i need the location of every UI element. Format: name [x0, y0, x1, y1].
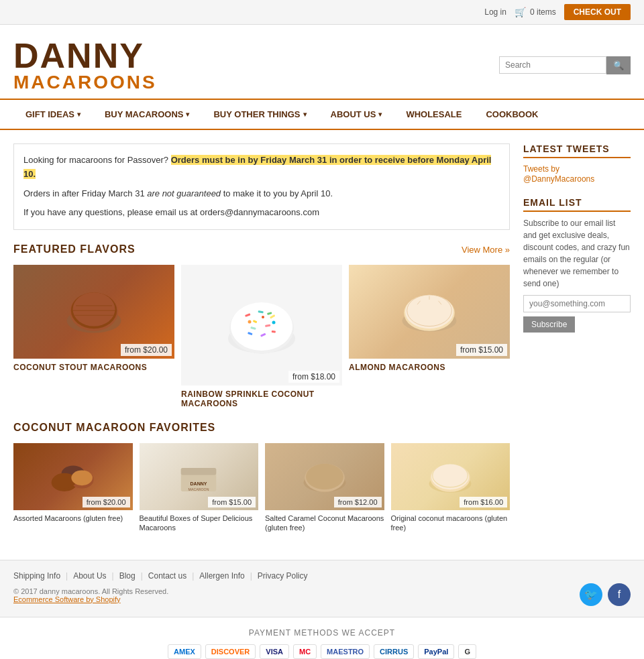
notice-not-guaranteed: are not guaranteed [147, 188, 221, 198]
login-link[interactable]: Log in [484, 7, 506, 17]
nav-item-about-us[interactable]: ABOUT US ▾ [319, 100, 394, 129]
notice-contact: If you have any questions, please email … [23, 207, 319, 217]
product-card-coconut-stout[interactable]: from $20.00 COCONUT STOUT MACAROONS [13, 265, 174, 408]
cart-icon: 🛒 [515, 7, 526, 17]
payment-gpay: G [458, 644, 476, 659]
favorites-grid: from $20.00 Assorted Macaroons (gluten f… [13, 443, 510, 533]
notice-box: Looking for macaroons for Passover? Orde… [13, 143, 510, 230]
payment-icons: AMEX DISCOVER VISA MC MAESTRO CIRRUS Pay… [13, 644, 631, 659]
svg-point-34 [71, 471, 93, 486]
search-area: 🔍 [499, 56, 631, 74]
payment-cirrus: CIRRUS [374, 644, 414, 659]
product-card-almond[interactable]: from $15.00 ALMOND MACAROONS [349, 265, 510, 408]
tweets-link[interactable]: Tweets by @DannyMacaroons [523, 164, 594, 184]
nav-item-cookbook[interactable]: COOKBOOK [474, 100, 550, 129]
payment-maestro: MAESTRO [321, 644, 370, 659]
fav-name: Assorted Macaroons (gluten free) [13, 514, 133, 523]
original-illustration [427, 457, 474, 497]
fav-image-wrap: DANNY MACAROON from $15.00 [140, 443, 259, 510]
search-button[interactable]: 🔍 [606, 56, 631, 74]
logo-danny: DANNY [13, 38, 157, 73]
product-name: RAINBOW SPRINKLE COCONUT MACAROONS [181, 390, 342, 408]
product-name: COCONUT STOUT MACAROONS [13, 363, 174, 372]
email-description: Subscribe to our email list and get excl… [523, 217, 631, 290]
notice-late: Orders in after Friday March 31 [23, 188, 147, 198]
payment-discover: DISCOVER [205, 644, 256, 659]
product-image-wrap: from $18.00 [181, 265, 342, 385]
footer-link-shipping[interactable]: Shipping Info [13, 571, 60, 581]
sidebar-tweets: LATEST TWEETS Tweets by @DannyMacaroons [523, 143, 631, 184]
fav-image-wrap: from $12.00 [265, 443, 384, 510]
featured-section-header: FEATURED FLAVORS View More » [13, 243, 510, 255]
sidebar: LATEST TWEETS Tweets by @DannyMacaroons … [523, 143, 631, 533]
footer-separator: | [112, 571, 114, 581]
view-more-link[interactable]: View More » [462, 245, 510, 255]
fav-price: from $16.00 [460, 497, 507, 507]
fav-price: from $12.00 [334, 497, 382, 507]
top-bar: Log in 🛒 0 items Check out [0, 0, 644, 25]
header: DANNY MACAROONS 🔍 [0, 25, 644, 99]
fav-name: Beautiful Boxes of Super Delicious Macar… [140, 514, 259, 533]
chevron-down-icon: ▾ [303, 111, 307, 118]
main-nav: GIFT IDEAS ▾ BUY MACAROONS ▾ BUY OTHER T… [0, 99, 644, 130]
footer-ecommerce-link[interactable]: Ecommerce Software by Shopify [13, 595, 121, 603]
payment-visa: VISA [260, 644, 289, 659]
payment-amex: AMEX [168, 644, 201, 659]
footer-separator: | [141, 571, 143, 581]
svg-text:MACAROON: MACAROON [189, 487, 209, 491]
svg-rect-36 [181, 468, 217, 475]
product-card-rainbow-sprinkle[interactable]: from $18.00 RAINBOW SPRINKLE COCONUT MAC… [181, 265, 342, 408]
sidebar-email: EMAIL LIST Subscribe to our email list a… [523, 197, 631, 333]
payment-title: PAYMENT METHODS WE ACCEPT [13, 628, 631, 638]
payment-paypal: PayPal [418, 644, 454, 659]
nav-item-buy-other-things[interactable]: BUY OTHER THINGS ▾ [201, 100, 318, 129]
fav-price: from $20.00 [83, 497, 130, 507]
box-illustration: DANNY MACAROON [175, 453, 222, 500]
payment-section: PAYMENT METHODS WE ACCEPT AMEX DISCOVER … [0, 617, 644, 659]
nav-item-wholesale[interactable]: WHOLESALE [394, 100, 474, 129]
checkout-button[interactable]: Check out [564, 4, 631, 20]
fav-name: Salted Caramel Coconut Macaroons (gluten… [265, 514, 384, 533]
chevron-down-icon: ▾ [186, 111, 189, 118]
nav-item-buy-macaroons[interactable]: BUY MACAROONS ▾ [93, 100, 202, 129]
fav-card-salted-caramel[interactable]: from $12.00 Salted Caramel Coconut Macar… [265, 443, 384, 533]
footer-link-privacy[interactable]: Privacy Policy [258, 571, 308, 581]
featured-products-grid: from $20.00 COCONUT STOUT MACAROONS [13, 265, 510, 408]
product-price: from $15.00 [456, 344, 507, 356]
twitter-icon[interactable]: 🐦 [580, 583, 602, 606]
nav-item-gift-ideas[interactable]: GIFT IDEAS ▾ [13, 100, 93, 129]
svg-point-22 [262, 316, 264, 318]
tweets-title: LATEST TWEETS [523, 143, 631, 158]
rainbow-macaroon-illustration [221, 282, 302, 369]
fav-card-original[interactable]: from $16.00 Original coconut macaroons (… [391, 443, 511, 533]
email-title: EMAIL LIST [523, 197, 631, 212]
macaroon-illustration [64, 282, 124, 342]
cart-items: 0 items [530, 7, 556, 17]
svg-point-21 [272, 321, 276, 324]
product-image-wrap: from $20.00 [13, 265, 174, 359]
fav-card-boxes[interactable]: DANNY MACAROON from $15.00 Beautiful Box… [140, 443, 259, 533]
footer-link-blog[interactable]: Blog [119, 571, 136, 581]
logo: DANNY MACAROONS [13, 38, 157, 92]
fav-price: from $15.00 [208, 497, 256, 507]
svg-point-41 [306, 464, 343, 490]
svg-point-9 [231, 302, 292, 351]
svg-point-20 [248, 320, 252, 324]
product-price: from $20.00 [121, 344, 172, 356]
product-image-wrap: from $15.00 [349, 265, 510, 359]
almond-macaroon-illustration [399, 282, 460, 342]
favorites-section-header: COCONUT MACAROON FAVORITES [13, 422, 510, 434]
main-content: Looking for macaroons for Passover? Orde… [13, 143, 510, 533]
footer-link-about[interactable]: About Us [73, 571, 106, 581]
email-input[interactable] [523, 295, 631, 312]
notice-intro: Looking for macaroons for Passover? [23, 155, 171, 165]
favorites-title: COCONUT MACAROON FAVORITES [13, 422, 215, 434]
subscribe-button[interactable]: Subscribe [523, 316, 575, 333]
svg-rect-18 [272, 331, 276, 333]
facebook-icon[interactable]: f [608, 583, 631, 606]
footer-link-allergen[interactable]: Allergen Info [199, 571, 244, 581]
search-input[interactable] [499, 56, 606, 74]
fav-card-assorted[interactable]: from $20.00 Assorted Macaroons (gluten f… [13, 443, 133, 533]
cart-area: 🛒 0 items [515, 7, 556, 17]
footer-link-contact[interactable]: Contact us [148, 571, 186, 581]
